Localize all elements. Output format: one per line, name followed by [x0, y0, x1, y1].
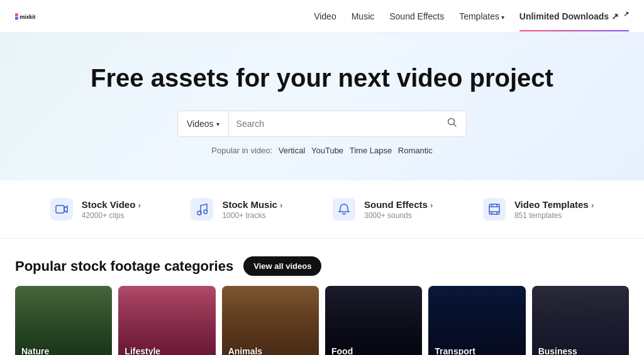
cta-underline	[519, 30, 629, 31]
search-icon	[447, 117, 457, 128]
category-video-templates-sub: 851 templates	[514, 211, 594, 220]
nav-music[interactable]: Music	[352, 11, 375, 21]
svg-rect-8	[489, 204, 499, 214]
category-stock-music-sub: 1000+ tracks	[222, 211, 282, 220]
category-stock-music-label: Stock Music ›	[222, 199, 282, 210]
main-nav: Video Music Sound Effects Templates Unli…	[314, 11, 629, 21]
video-card-lifestyle[interactable]: Lifestyle	[118, 286, 215, 355]
video-grid: Nature Lifestyle Animals Food Transport	[15, 286, 629, 355]
card-lifestyle-label: Lifestyle	[125, 346, 160, 355]
nav-sound-effects[interactable]: Sound Effects	[389, 11, 444, 21]
video-card-food[interactable]: Food	[325, 286, 422, 355]
footage-section: Popular stock footage categories View al…	[0, 239, 644, 355]
card-nature-label: Nature	[21, 346, 49, 355]
video-card-business[interactable]: Business	[532, 286, 629, 355]
section-title: Popular stock footage categories	[15, 258, 233, 275]
popular-link-youtube[interactable]: YouTube	[311, 146, 343, 155]
hero-title: Free assets for your next video project	[15, 63, 629, 93]
view-all-videos-button[interactable]: View all videos	[243, 256, 321, 276]
category-stock-music[interactable]: Stock Music › 1000+ tracks	[191, 198, 282, 221]
category-sound-effects-sub: 3000+ sounds	[364, 211, 433, 220]
card-food-label: Food	[331, 346, 353, 355]
popular-link-romantic[interactable]: Romantic	[398, 146, 433, 155]
search-category-button[interactable]: Videos ▾	[178, 112, 229, 135]
category-stock-video[interactable]: Stock Video › 42000+ clips	[50, 198, 141, 221]
category-sound-effects-label: Sound Effects ›	[364, 199, 433, 210]
popular-label: Popular in video:	[211, 146, 272, 155]
hero-section: Free assets for your next video project …	[0, 33, 644, 180]
video-icon	[50, 198, 73, 221]
video-card-transport[interactable]: Transport	[428, 286, 525, 355]
nav-templates[interactable]: Templates	[459, 11, 504, 21]
card-animals-label: Animals	[228, 346, 262, 355]
svg-line-4	[454, 124, 457, 127]
category-video-templates[interactable]: Video Templates › 851 templates	[483, 198, 594, 221]
category-stock-video-sub: 42000+ clips	[82, 211, 141, 220]
bell-icon	[333, 198, 355, 221]
card-business-label: Business	[538, 346, 577, 355]
section-header: Popular stock footage categories View al…	[15, 256, 629, 276]
music-icon	[191, 198, 213, 221]
asset-categories-row: Stock Video › 42000+ clips Stock Music ›…	[0, 180, 644, 239]
card-transport-label: Transport	[435, 346, 475, 355]
category-video-templates-label: Video Templates ›	[514, 199, 594, 210]
search-category-label: Videos	[187, 119, 214, 129]
popular-link-timelapse[interactable]: Time Lapse	[350, 146, 392, 155]
logo[interactable]: mixkit	[15, 9, 35, 23]
popular-link-vertical[interactable]: Vertical	[279, 146, 306, 155]
search-input[interactable]	[229, 112, 438, 135]
nav-unlimited-downloads[interactable]: Unlimited Downloads ↗	[519, 11, 629, 21]
video-card-nature[interactable]: Nature	[15, 286, 112, 355]
popular-in-video: Popular in video: Vertical YouTube Time …	[15, 146, 629, 155]
svg-rect-0	[15, 13, 18, 16]
svg-rect-1	[15, 16, 18, 19]
category-stock-video-label: Stock Video ›	[82, 199, 141, 210]
search-container: Videos ▾	[177, 111, 467, 137]
video-card-animals[interactable]: Animals	[222, 286, 319, 355]
search-button[interactable]	[438, 111, 466, 136]
header: mixkit Video Music Sound Effects Templat…	[0, 0, 644, 33]
chevron-down-icon: ▾	[216, 121, 219, 128]
category-sound-effects[interactable]: Sound Effects › 3000+ sounds	[333, 198, 433, 221]
svg-rect-5	[56, 205, 64, 213]
film-icon	[483, 198, 506, 221]
svg-text:mixkit: mixkit	[19, 14, 35, 20]
nav-video[interactable]: Video	[314, 11, 336, 21]
